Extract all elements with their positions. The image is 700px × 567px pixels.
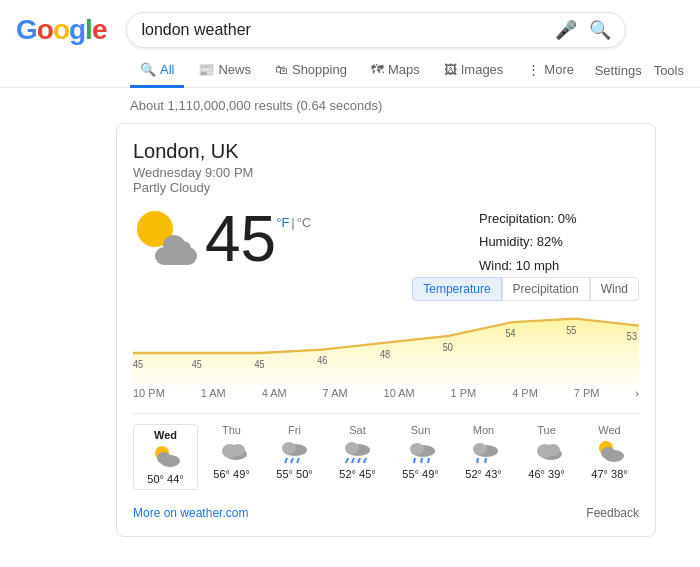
forecast-icon-wed-today [150, 445, 182, 469]
svg-point-40 [601, 447, 615, 459]
forecast-icon-tue [531, 440, 563, 464]
search-bar: 🎤 🔍 [126, 12, 626, 48]
forecast-icon-sat [342, 440, 374, 464]
nav-item-more[interactable]: ⋮ More [517, 54, 584, 88]
nav-label-news: News [218, 62, 251, 77]
svg-text:50: 50 [443, 341, 454, 353]
chart-time-labels: 10 PM 1 AM 4 AM 7 AM 10 AM 1 PM 4 PM 7 P… [133, 385, 639, 401]
cloud-icon [155, 239, 197, 265]
svg-line-18 [291, 458, 293, 463]
forecast-day-name: Wed [598, 424, 620, 436]
forecast-day-name: Sat [349, 424, 366, 436]
forecast-day-sun: Sun 55° 49° [391, 424, 450, 490]
nav-label-images: Images [461, 62, 504, 77]
svg-line-33 [477, 458, 478, 463]
time-label-4: 10 AM [384, 387, 415, 399]
nav-item-shopping[interactable]: 🛍 Shopping [265, 54, 357, 88]
weather-location: London, UK [133, 140, 639, 163]
svg-line-22 [346, 458, 348, 463]
svg-text:45: 45 [133, 359, 143, 371]
weather-card: London, UK Wednesday 9:00 PM Partly Clou… [116, 123, 656, 537]
forecast-row: Wed 50° 44° Thu 56° 49° [133, 413, 639, 490]
svg-line-19 [297, 458, 299, 463]
forecast-day-fri: Fri 55° 50° [265, 424, 324, 490]
chart-tabs: Temperature Precipitation Wind [133, 277, 639, 301]
forecast-icon-wed-next [594, 440, 626, 464]
svg-point-32 [473, 443, 487, 455]
svg-text:55: 55 [566, 324, 576, 336]
forecast-temps: 56° 49° [213, 468, 249, 480]
images-icon: 🖼 [444, 62, 457, 77]
search-button[interactable]: 🔍 [589, 19, 611, 41]
forecast-icon-mon [468, 440, 500, 464]
settings-tools: Settings Tools [595, 63, 684, 78]
nav-item-news[interactable]: 📰 News [188, 54, 261, 88]
mic-icon[interactable]: 🎤 [555, 19, 577, 41]
svg-line-23 [352, 458, 354, 463]
weather-footer: More on weather.com Feedback [133, 498, 639, 520]
forecast-temps: 52° 43° [465, 468, 501, 480]
weather-left: 45 °F | °C [133, 207, 463, 271]
search-input[interactable] [141, 21, 555, 39]
weather-source-link[interactable]: More on weather.com [133, 506, 248, 520]
svg-point-11 [157, 452, 171, 464]
forecast-day-name: Mon [473, 424, 494, 436]
svg-text:45: 45 [192, 359, 202, 371]
forecast-icon-sun [405, 440, 437, 464]
feedback-link[interactable]: Feedback [586, 506, 639, 520]
precipitation-detail: Precipitation: 0% [479, 207, 639, 230]
chart-tab-precipitation[interactable]: Precipitation [502, 277, 590, 301]
temperature-value: 45 [205, 207, 276, 271]
temperature-units: °F | °C [276, 215, 311, 230]
header: Google 🎤 🔍 [0, 0, 700, 48]
results-count: About 1,110,000,000 results (0.64 second… [0, 88, 700, 123]
forecast-temps: 46° 39° [528, 468, 564, 480]
time-label-0: 10 PM [133, 387, 165, 399]
chart-tab-temperature[interactable]: Temperature [412, 277, 501, 301]
svg-line-29 [421, 458, 422, 463]
nav-item-all[interactable]: 🔍 All [130, 54, 184, 88]
nav-label-all: All [160, 62, 174, 77]
forecast-temps: 55° 50° [276, 468, 312, 480]
forecast-temps: 50° 44° [147, 473, 183, 485]
unit-celsius[interactable]: °C [297, 215, 312, 230]
nav-item-images[interactable]: 🖼 Images [434, 54, 514, 88]
weather-datetime: Wednesday 9:00 PM [133, 165, 639, 180]
tools-link[interactable]: Tools [654, 63, 684, 78]
settings-link[interactable]: Settings [595, 63, 642, 78]
forecast-icon-fri [279, 440, 311, 464]
svg-line-30 [428, 458, 429, 463]
forecast-day-thu: Thu 56° 49° [202, 424, 261, 490]
forecast-temps: 52° 45° [339, 468, 375, 480]
svg-text:45: 45 [254, 359, 264, 371]
nav-item-maps[interactable]: 🗺 Maps [361, 54, 430, 88]
svg-text:46: 46 [317, 355, 327, 367]
svg-line-28 [414, 458, 415, 463]
more-icon: ⋮ [527, 62, 540, 77]
chart-tab-wind[interactable]: Wind [590, 277, 639, 301]
results-count-text: About 1,110,000,000 results (0.64 second… [130, 98, 382, 113]
forecast-day-wed-today: Wed 50° 44° [133, 424, 198, 490]
svg-point-27 [410, 443, 424, 455]
forecast-temps: 47° 38° [591, 468, 627, 480]
humidity-detail: Humidity: 82% [479, 230, 639, 253]
forecast-temps: 55° 49° [402, 468, 438, 480]
time-label-6: 4 PM [512, 387, 538, 399]
google-logo: Google [16, 14, 106, 46]
svg-line-34 [485, 458, 486, 463]
forecast-day-name: Wed [154, 429, 177, 441]
svg-line-17 [285, 458, 287, 463]
search-icons: 🎤 🔍 [555, 19, 611, 41]
svg-text:54: 54 [505, 328, 516, 340]
nav-bar: 🔍 All 📰 News 🛍 Shopping 🗺 Maps 🖼 Images … [0, 48, 700, 88]
svg-point-14 [231, 444, 245, 456]
maps-icon: 🗺 [371, 62, 384, 77]
unit-fahrenheit[interactable]: °F [276, 215, 289, 230]
weather-details: Precipitation: 0% Humidity: 82% Wind: 10… [479, 207, 639, 277]
weather-main: 45 °F | °C Precipitation: 0% Humidity: 8… [133, 207, 639, 277]
forecast-day-name: Thu [222, 424, 241, 436]
nav-label-shopping: Shopping [292, 62, 347, 77]
nav-label-more: More [544, 62, 574, 77]
forecast-day-mon: Mon 52° 43° [454, 424, 513, 490]
svg-text:53: 53 [627, 331, 637, 343]
